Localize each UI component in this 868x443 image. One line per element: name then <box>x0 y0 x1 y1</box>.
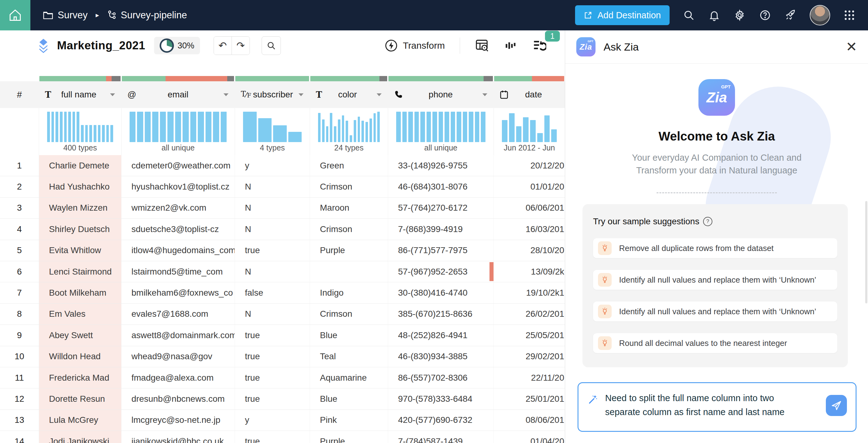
cell-date[interactable]: 01/04/20 <box>494 431 565 443</box>
suggestion-card[interactable]: Identify all null values and replace the… <box>593 270 837 290</box>
cell-phone[interactable]: 86-(557)702-8306 <box>388 367 494 388</box>
gear-icon[interactable] <box>734 9 746 21</box>
cell-date[interactable]: 28/10/20 <box>494 240 565 261</box>
cell-phone[interactable]: 33-(148)926-9755 <box>388 155 494 176</box>
cell-date[interactable]: 25/01/201 <box>494 388 565 409</box>
column-header-date[interactable]: date <box>494 81 565 108</box>
cell-color[interactable]: Teal <box>310 346 388 367</box>
column-header-full-name[interactable]: T full name <box>39 81 121 108</box>
close-icon[interactable]: ✕ <box>846 40 857 54</box>
cell-date[interactable]: 29/02/201 <box>494 346 565 367</box>
breadcrumb-pipeline[interactable]: Survey-pipeline <box>107 10 187 21</box>
cell-date[interactable]: 13/09/2k <box>494 261 565 282</box>
cell-color[interactable]: Aquamarine <box>310 367 388 388</box>
send-button[interactable] <box>826 395 847 416</box>
histogram-name[interactable]: 400 types <box>39 108 121 155</box>
apps-grid-icon[interactable] <box>843 9 856 21</box>
cell-color[interactable] <box>310 261 388 282</box>
quality-indicator[interactable]: 30% <box>154 37 200 54</box>
cell-email[interactable]: jjanikowskid@bbc.co.uk <box>121 431 235 443</box>
breadcrumb-project[interactable]: Survey <box>43 10 87 21</box>
cell-color[interactable]: Purple <box>310 431 388 443</box>
cell-email[interactable]: fmadgea@alexa.com <box>121 367 235 388</box>
chevron-down-icon[interactable] <box>377 93 382 96</box>
cell-full-name[interactable]: Lenci Stairmond <box>39 261 121 282</box>
redo-button[interactable]: ↷ <box>231 37 250 55</box>
applied-steps-icon[interactable]: 1 <box>532 39 546 53</box>
cell-subscriber[interactable]: N <box>235 176 310 197</box>
quality-bar-color[interactable] <box>310 76 387 81</box>
histogram-phone[interactable]: all unique <box>388 108 494 155</box>
cell-full-name[interactable]: Em Vales <box>39 304 121 324</box>
cell-phone[interactable]: 48-(252)826-4941 <box>388 325 494 346</box>
cell-subscriber[interactable]: true <box>235 431 310 443</box>
table-search-button[interactable] <box>261 36 281 55</box>
column-header-subscriber[interactable]: T⁄F subscriber <box>235 81 310 108</box>
cell-phone[interactable]: 30-(380)416-4740 <box>388 282 494 303</box>
cell-color[interactable]: Crimson <box>310 219 388 239</box>
cell-full-name[interactable]: Abey Swett <box>39 325 121 346</box>
cell-date[interactable]: 01/01/20 <box>494 176 565 197</box>
column-header-color[interactable]: T color <box>310 81 388 108</box>
cell-email[interactable]: itlow4@hugedomains_com <box>121 240 235 261</box>
cell-full-name[interactable]: Charlie Demete <box>39 155 121 176</box>
quality-bar-sub[interactable] <box>235 76 309 81</box>
cell-phone[interactable]: 7-(784)587-1439 <box>388 431 494 443</box>
cell-email[interactable]: lmcgreyc@so-net.ne.jp <box>121 410 235 431</box>
histogram-color[interactable]: 24 types <box>310 108 388 155</box>
cell-full-name[interactable]: Waylen Mizzen <box>39 198 121 218</box>
suggestion-card[interactable]: Round all decimal values to the nearest … <box>593 333 837 353</box>
histogram-email[interactable]: all unique <box>121 108 235 155</box>
suggestion-card[interactable]: Identify all null values and replace the… <box>593 301 837 321</box>
undo-button[interactable]: ↶ <box>214 37 231 55</box>
histogram-date[interactable]: Jun 2012 - Jun <box>494 108 565 155</box>
chevron-down-icon[interactable] <box>299 93 304 96</box>
cell-email[interactable]: hyushachkov1@toplist.cz <box>121 176 235 197</box>
cell-subscriber[interactable]: true <box>235 388 310 409</box>
cell-subscriber[interactable]: y <box>235 155 310 176</box>
ask-zia-input[interactable]: Need to split the full name column into … <box>578 382 857 432</box>
cell-email[interactable]: dresunb@nbcnews.com <box>121 388 235 409</box>
cell-subscriber[interactable]: N <box>235 219 310 239</box>
cell-full-name[interactable]: Had Yushachko <box>39 176 121 197</box>
cell-email[interactable]: whead9@nasa@gov <box>121 346 235 367</box>
cell-date[interactable]: 19/10/2k1 <box>494 282 565 303</box>
cell-date[interactable]: 16/03/201 <box>494 219 565 239</box>
cell-email[interactable]: evales7@1688.com <box>121 304 235 324</box>
cell-color[interactable]: Crimson <box>310 176 388 197</box>
avatar[interactable] <box>810 5 830 25</box>
cell-subscriber[interactable]: false <box>235 282 310 303</box>
cell-phone[interactable]: 86-(771)577-7975 <box>388 240 494 261</box>
bell-icon[interactable] <box>708 9 720 21</box>
cell-phone[interactable]: 57-(967)952-2653 <box>388 261 494 282</box>
quality-bar-phone[interactable] <box>389 76 493 81</box>
cell-color[interactable]: Pink <box>310 410 388 431</box>
cell-color[interactable]: Blue <box>310 325 388 346</box>
cell-email[interactable]: aswett8@domainmark.com <box>121 325 235 346</box>
help-circle-icon[interactable]: ? <box>703 217 712 226</box>
cell-email[interactable]: wmizzen2@vk.com <box>121 198 235 218</box>
search-icon[interactable] <box>683 9 695 21</box>
cell-email[interactable]: cdemeter0@weather.com <box>121 155 235 176</box>
cell-subscriber[interactable]: y <box>235 410 310 431</box>
chevron-down-icon[interactable] <box>110 93 115 96</box>
column-stats-icon[interactable] <box>504 39 517 52</box>
cell-phone[interactable]: 385-(670)215-8636 <box>388 304 494 324</box>
cell-date[interactable]: 06/06/201 <box>494 198 565 218</box>
cell-phone[interactable]: 970-(578)333-6484 <box>388 388 494 409</box>
cell-color[interactable]: Indigo <box>310 282 388 303</box>
column-header-phone[interactable]: phone <box>388 81 494 108</box>
cell-date[interactable]: 25/05/201 <box>494 325 565 346</box>
chevron-down-icon[interactable] <box>483 93 487 96</box>
cell-color[interactable]: Purple <box>310 240 388 261</box>
cell-full-name[interactable]: Shirley Duetsch <box>39 219 121 239</box>
cell-date[interactable]: 26/02/201 <box>494 304 565 324</box>
histogram-sub[interactable]: 4 types <box>235 108 310 155</box>
cell-subscriber[interactable]: N <box>235 304 310 324</box>
cell-date[interactable]: 22/11/20 <box>494 367 565 388</box>
data-preview-icon[interactable] <box>475 38 489 53</box>
cell-date[interactable]: 08/06/201 <box>494 410 565 431</box>
chevron-down-icon[interactable] <box>223 93 228 96</box>
cell-full-name[interactable]: Willdon Head <box>39 346 121 367</box>
suggestion-card[interactable]: Remove all duplicate rows from the datas… <box>593 238 837 258</box>
